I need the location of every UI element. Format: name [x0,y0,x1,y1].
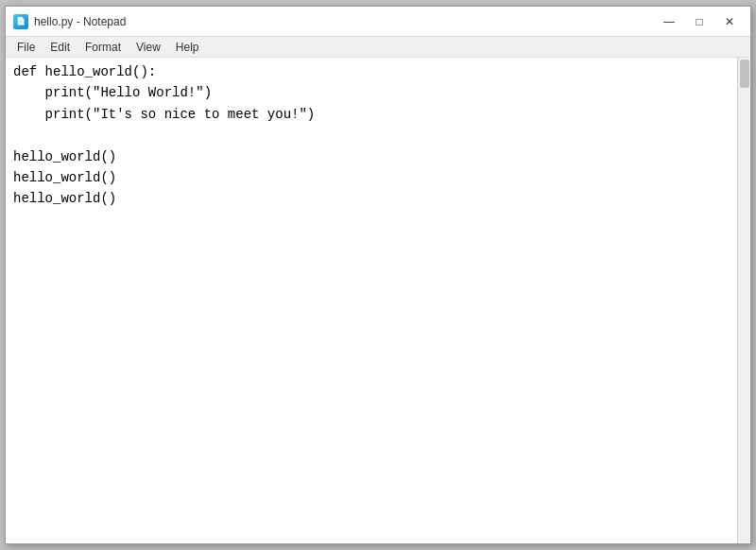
close-button[interactable]: ✕ [716,11,743,32]
window-title: hello.py - Notepad [34,15,126,28]
menu-view[interactable]: View [129,39,168,56]
menu-bar: File Edit Format View Help [6,37,750,58]
menu-file[interactable]: File [9,39,43,56]
notepad-window: 📄 hello.py - Notepad — □ ✕ File Edit For… [5,6,751,544]
vertical-scrollbar[interactable] [737,58,750,543]
editor-wrapper: def hello_world(): print("Hello World!")… [6,58,737,543]
menu-format[interactable]: Format [77,39,129,56]
text-editor[interactable]: def hello_world(): print("Hello World!")… [6,58,737,543]
menu-edit[interactable]: Edit [43,39,77,56]
title-bar: 📄 hello.py - Notepad — □ ✕ [6,7,750,37]
menu-help[interactable]: Help [168,39,207,56]
title-bar-left: 📄 hello.py - Notepad [13,14,126,29]
scrollbar-thumb[interactable] [740,60,749,88]
app-icon: 📄 [13,14,28,29]
window-controls: — □ ✕ [656,11,743,32]
minimize-button[interactable]: — [656,11,682,32]
editor-area: def hello_world(): print("Hello World!")… [6,58,750,543]
maximize-button[interactable]: □ [686,11,713,32]
